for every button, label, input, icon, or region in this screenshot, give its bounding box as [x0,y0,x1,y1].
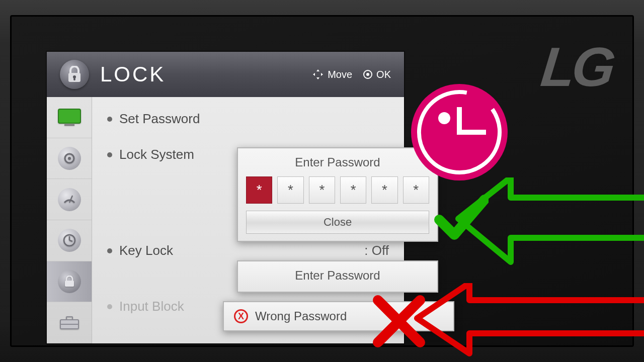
dialog-title: Enter Password [246,268,429,283]
sidebar-item-picture[interactable] [47,97,92,138]
pin-digit-2[interactable]: * [309,176,335,204]
move-arrows-icon [312,69,324,80]
close-button[interactable]: Close [246,211,429,234]
satellite-icon [58,188,81,211]
menu-row-set-password[interactable]: Set Password [107,111,389,127]
password-dialog-fail: Enter Password [237,260,438,293]
hint-move: Move [312,69,352,80]
bullet-icon [107,152,112,157]
password-dialog-success: Enter Password * * * * * * Close [237,147,438,242]
sidebar-item-time[interactable] [47,220,92,261]
dialog-title: Enter Password [246,155,429,169]
sidebar-item-channel[interactable] [47,179,92,220]
lg-wordmark: LG [538,35,616,99]
annotation-arrow-green [455,177,644,275]
sidebar-item-option[interactable] [47,302,92,343]
svg-rect-5 [58,109,80,123]
speaker-icon [58,147,81,170]
ok-dot-icon [363,70,372,79]
pin-digit-0[interactable]: * [246,176,272,204]
pin-row: * * * * * * [246,176,429,204]
osd-header: LOCK Move OK [47,52,404,97]
svg-point-4 [366,73,369,76]
annotation-arrow-red [414,283,644,360]
clock-icon [58,229,81,252]
bullet-icon [107,117,112,122]
sidebar-item-audio[interactable] [47,138,92,179]
lg-logo-badge [409,82,510,185]
svg-rect-13 [65,281,74,287]
value-key-lock: Off [372,243,389,258]
svg-rect-6 [64,124,74,126]
svg-line-12 [69,240,72,241]
monitor-icon [57,108,82,126]
lock-icon [58,270,81,293]
pin-digit-3[interactable]: * [340,176,366,204]
lock-icon [60,60,89,89]
pin-digit-1[interactable]: * [277,176,303,204]
tv-screen: LOCK Move OK [10,15,634,347]
svg-rect-15 [66,317,72,320]
sidebar [47,97,92,343]
error-x-icon: X [234,309,248,323]
hint-ok: OK [363,69,391,80]
svg-rect-2 [73,77,75,80]
bullet-icon [107,304,112,309]
svg-point-19 [438,112,450,124]
error-text: Wrong Password [255,309,347,323]
pin-digit-4[interactable]: * [371,176,397,204]
bullet-icon [107,248,112,253]
briefcase-icon [58,315,80,331]
svg-point-8 [68,157,71,160]
menu-row-key-lock[interactable]: Key Lock : Off [107,243,389,258]
sidebar-item-lock[interactable] [47,261,92,303]
page-title: LOCK [100,62,312,86]
